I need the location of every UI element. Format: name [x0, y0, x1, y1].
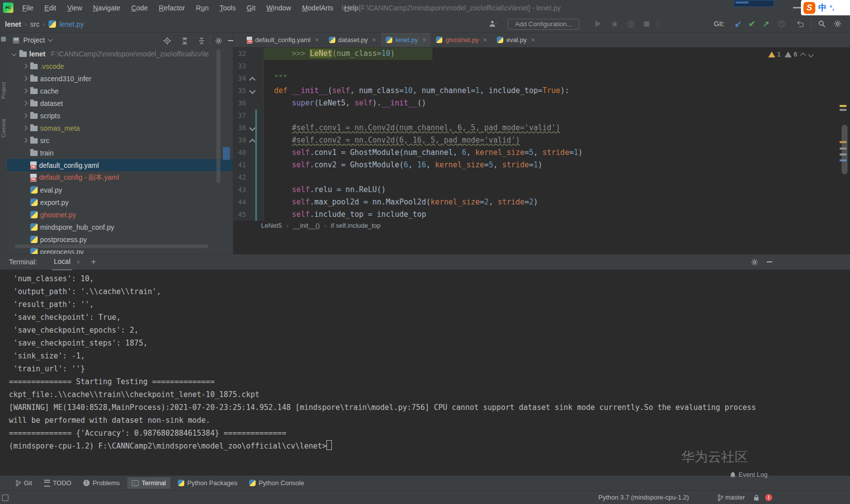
tree-item[interactable]: default_config.yaml [7, 159, 233, 171]
fold-icon[interactable] [249, 88, 256, 94]
next-problem-icon[interactable] [808, 51, 814, 57]
event-log-button[interactable]: Event Log [730, 471, 768, 478]
menu-refactor[interactable]: Refactor [154, 0, 191, 16]
chevron-right-icon[interactable] [22, 89, 28, 93]
tree-item[interactable]: somas_meta [7, 122, 233, 134]
fold-icon[interactable] [249, 125, 256, 131]
bottom-tab-python-console[interactable]: Python Console [245, 477, 309, 489]
editor-breadcrumb[interactable]: LeNet5›__init__()›if self.include_top [261, 222, 380, 229]
editor-scrollbar[interactable] [842, 125, 848, 174]
editor-tab[interactable]: dataset.py× [324, 33, 381, 47]
code-line[interactable]: 36 super(LeNet5, self).__init__() [233, 97, 850, 109]
project-tool-icon[interactable] [1, 37, 6, 42]
menu-run[interactable]: Run [191, 0, 214, 16]
tree-item[interactable]: default_config - 副本.yaml [7, 171, 233, 184]
line-number[interactable]: 38 [233, 122, 246, 134]
tree-item[interactable]: cache [7, 85, 233, 97]
stripe-tab-project[interactable]: Project [0, 82, 6, 99]
fatal-error-icon[interactable]: ! [765, 494, 772, 501]
line-number[interactable]: 33 [233, 60, 246, 72]
bottom-tab-git[interactable]: Git [11, 477, 37, 489]
panel-settings-gear-icon[interactable] [214, 36, 223, 45]
tree-item[interactable]: postprocess.py [7, 233, 233, 246]
stop-icon[interactable] [641, 18, 652, 29]
line-number[interactable]: 44 [233, 196, 246, 208]
tree-item[interactable]: train [7, 147, 233, 159]
close-icon[interactable]: × [483, 36, 487, 44]
tree-item[interactable]: ghostnet.py [7, 208, 233, 221]
editor-tab[interactable]: ghostnet.py× [431, 33, 492, 47]
code-line[interactable]: 38 #self.conv1 = nn.Conv2d(num_channel, … [233, 122, 850, 134]
terminal-settings-gear-icon[interactable] [750, 257, 759, 266]
code-line[interactable]: 33 [233, 60, 850, 72]
editor-tab[interactable]: eval.py× [492, 33, 540, 47]
code-line[interactable]: 37 [233, 109, 850, 122]
code-line[interactable]: 34 """ [233, 72, 850, 85]
code-line[interactable]: 45 self.include_top = include_top [233, 208, 850, 221]
editor-breadcrumb-item[interactable]: __init__() [293, 222, 319, 229]
chevron-right-icon[interactable] [22, 139, 28, 142]
fold-icon[interactable] [249, 77, 256, 83]
breadcrumb[interactable]: lenet›src›lenet.py [5, 16, 84, 32]
prev-problem-icon[interactable] [800, 52, 806, 58]
line-number[interactable]: 35 [233, 85, 246, 97]
menu-git[interactable]: Git [241, 0, 261, 16]
line-number[interactable]: 45 [233, 208, 246, 221]
close-icon[interactable]: × [423, 36, 426, 44]
code-line[interactable]: 32 >>> LeNet(num_class=10) [233, 48, 850, 60]
breadcrumb-item[interactable]: lenet.py [59, 20, 84, 28]
line-number[interactable]: 32 [233, 48, 246, 60]
git-commit-icon[interactable]: ✔ [746, 18, 757, 29]
code-line[interactable]: 40 self.conv1 = GhostModule(num_channel,… [233, 147, 850, 159]
tree-horizontal-scrollbar[interactable] [15, 245, 208, 248]
sogou-icon[interactable]: S [803, 2, 815, 14]
editor-tab[interactable]: default_config.yaml× [242, 33, 324, 47]
tree-item[interactable]: scripts [7, 109, 233, 122]
fold-icon[interactable] [249, 139, 256, 145]
expand-all-icon[interactable] [180, 36, 189, 45]
run-icon[interactable] [592, 18, 603, 29]
chevron-down-icon[interactable] [11, 52, 17, 55]
close-icon[interactable]: × [315, 36, 319, 44]
line-number[interactable]: 42 [233, 171, 246, 184]
menu-modelarts[interactable]: ModelArts [297, 0, 339, 16]
code-line[interactable]: 42 [233, 171, 850, 184]
editor-area[interactable]: default_config.yaml×dataset.py×lenet.py×… [233, 33, 850, 254]
bottom-tab-terminal[interactable]: >_Terminal [127, 477, 170, 489]
terminal-panel[interactable]: Terminal: Local × + 'num_classes': 10, '… [0, 254, 850, 476]
search-everywhere-icon[interactable] [816, 18, 827, 29]
ime-language-indicator[interactable]: 中 [818, 2, 827, 13]
collapse-all-icon[interactable] [197, 36, 206, 45]
chevron-right-icon[interactable] [22, 77, 28, 80]
bottom-tab-todo[interactable]: TODO [40, 477, 76, 489]
breadcrumb-item[interactable]: src [30, 20, 40, 28]
new-terminal-icon[interactable]: + [91, 257, 96, 267]
terminal-tab-local[interactable]: Local [52, 254, 72, 270]
menu-edit[interactable]: Edit [39, 0, 62, 16]
breadcrumb-item[interactable]: lenet [5, 20, 21, 28]
history-icon[interactable] [776, 18, 787, 29]
tree-item[interactable]: mindspore_hub_conf.py [7, 221, 233, 233]
line-number[interactable]: 39 [233, 134, 246, 147]
close-icon[interactable]: × [372, 36, 376, 44]
line-number[interactable]: 37 [233, 109, 246, 122]
debug-icon[interactable] [609, 18, 620, 29]
chevron-right-icon[interactable] [22, 101, 28, 105]
user-account-icon[interactable] [488, 18, 499, 29]
locate-file-icon[interactable] [162, 36, 171, 45]
inspections-widget[interactable]: 1 6 [768, 50, 813, 58]
line-number[interactable]: 34 [233, 72, 246, 85]
menu-view[interactable]: View [62, 0, 88, 16]
chevron-right-icon[interactable] [22, 114, 28, 117]
stripe-tab-commit[interactable]: Commit [0, 119, 6, 138]
menu-code[interactable]: Code [126, 0, 153, 16]
line-number[interactable]: 41 [233, 159, 246, 171]
tree-item[interactable]: src [7, 134, 233, 147]
close-icon[interactable]: × [76, 258, 80, 266]
rollback-icon[interactable] [795, 18, 805, 29]
tree-item[interactable]: eval.py [7, 184, 233, 196]
stripe-weak-mark[interactable] [840, 109, 847, 111]
git-update-icon[interactable]: ↙ [733, 18, 744, 29]
code-line[interactable]: 39 #self.conv2 = nn.Conv2d(6, 16, 5, pad… [233, 134, 850, 147]
menu-window[interactable]: Window [261, 0, 297, 16]
